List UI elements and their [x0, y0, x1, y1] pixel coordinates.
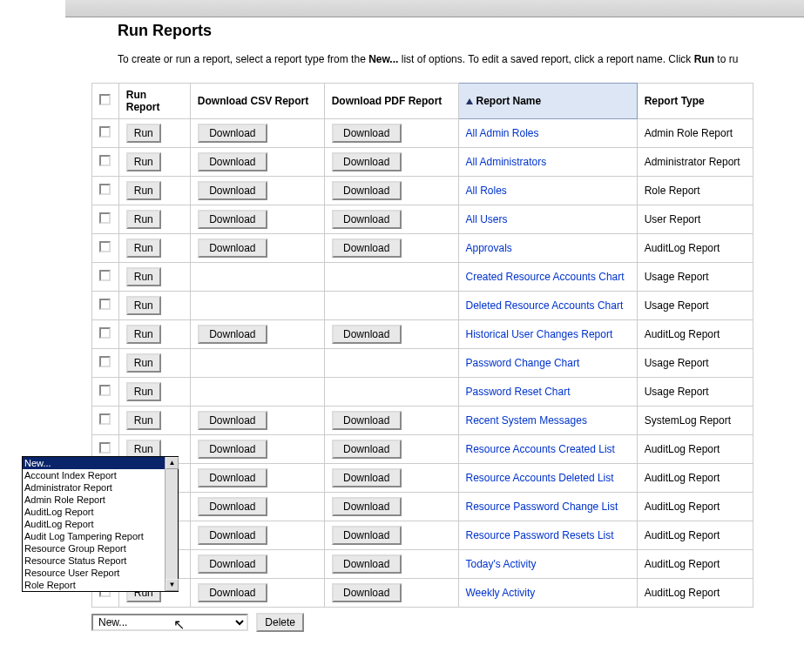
scroll-down-icon[interactable]: ▼: [166, 579, 179, 591]
row-checkbox[interactable]: [99, 442, 111, 454]
report-name-link[interactable]: Historical User Changes Report: [466, 328, 613, 340]
dropdown-option[interactable]: Administrator Report: [23, 481, 178, 494]
instruction-prefix: To create or run a report, select a repo…: [118, 53, 368, 65]
row-checkbox[interactable]: [99, 184, 111, 195]
row-checkbox[interactable]: [99, 356, 111, 367]
report-name-link[interactable]: Password Reset Chart: [466, 386, 571, 398]
run-button[interactable]: Run: [126, 210, 161, 229]
row-checkbox-cell: [92, 119, 119, 148]
report-name-link[interactable]: All Administrators: [466, 156, 547, 168]
report-name-link[interactable]: Today's Activity: [466, 558, 537, 570]
download-pdf-button[interactable]: Download: [332, 239, 402, 258]
dropdown-option[interactable]: Resource User Report: [23, 567, 178, 579]
download-csv-button[interactable]: Download: [198, 325, 267, 344]
report-type-cell: AuditLog Report: [637, 464, 753, 493]
download-pdf-button[interactable]: Download: [332, 152, 402, 171]
header-pdf[interactable]: Download PDF Report: [324, 84, 458, 119]
run-button[interactable]: Run: [126, 382, 161, 401]
download-pdf-button[interactable]: Download: [332, 325, 402, 344]
download-pdf-button[interactable]: Download: [332, 583, 402, 602]
run-button[interactable]: Run: [126, 239, 161, 258]
run-button[interactable]: Run: [126, 296, 161, 315]
report-name-link[interactable]: Recent System Messages: [466, 414, 587, 427]
download-pdf-button[interactable]: Download: [332, 497, 402, 516]
download-csv-button[interactable]: Download: [198, 468, 267, 487]
dropdown-option[interactable]: New...: [23, 457, 178, 469]
download-csv-button[interactable]: Download: [198, 554, 267, 574]
download-csv-button[interactable]: Download: [198, 440, 267, 459]
dropdown-option[interactable]: Admin Role Report: [23, 494, 178, 506]
row-checkbox[interactable]: [99, 241, 111, 252]
row-checkbox[interactable]: [99, 299, 111, 310]
select-all-checkbox[interactable]: [99, 94, 111, 105]
dropdown-option[interactable]: Audit Log Tampering Report: [23, 530, 178, 542]
download-pdf-button[interactable]: Download: [332, 526, 402, 545]
report-name-link[interactable]: All Roles: [466, 185, 507, 197]
download-pdf-button[interactable]: Download: [332, 210, 402, 229]
dropdown-option[interactable]: AuditLog Report: [23, 506, 178, 518]
report-name-link[interactable]: Password Change Chart: [466, 357, 580, 369]
report-name-link[interactable]: Resource Password Change List: [466, 501, 618, 513]
download-csv-button[interactable]: Download: [198, 239, 267, 258]
dropdown-option[interactable]: Account Index Report: [23, 469, 178, 481]
run-button[interactable]: Run: [126, 411, 161, 430]
row-checkbox[interactable]: [99, 413, 111, 425]
dropdown-option[interactable]: AuditLog Report: [23, 518, 178, 530]
download-pdf-button[interactable]: Download: [332, 468, 402, 487]
download-pdf-button[interactable]: Download: [332, 124, 402, 143]
run-button[interactable]: Run: [126, 152, 161, 171]
row-checkbox[interactable]: [99, 327, 111, 339]
footer-controls: New... Delete: [91, 613, 804, 632]
row-checkbox[interactable]: [99, 385, 111, 396]
download-csv-button[interactable]: Download: [198, 411, 267, 430]
report-name-link[interactable]: All Admin Roles: [466, 127, 539, 139]
run-button[interactable]: Run: [126, 353, 161, 373]
csv-cell: [190, 378, 324, 407]
dropdown-option[interactable]: Role Report: [23, 579, 178, 591]
report-name-link[interactable]: Resource Password Resets List: [466, 529, 614, 541]
header-report-name[interactable]: Report Name: [458, 84, 637, 119]
report-name-link[interactable]: Resource Accounts Deleted List: [466, 472, 614, 484]
download-csv-button[interactable]: Download: [198, 497, 267, 516]
download-csv-button[interactable]: Download: [198, 181, 267, 200]
download-pdf-button[interactable]: Download: [332, 554, 402, 574]
row-checkbox[interactable]: [99, 212, 111, 224]
download-pdf-button[interactable]: Download: [332, 440, 402, 459]
run-button[interactable]: Run: [126, 181, 161, 200]
report-name-link[interactable]: Resource Accounts Created List: [466, 443, 615, 455]
report-name-link[interactable]: Weekly Activity: [466, 587, 536, 599]
row-checkbox-cell: [92, 263, 119, 292]
report-name-link[interactable]: All Users: [466, 213, 508, 225]
download-csv-button[interactable]: Download: [198, 210, 267, 229]
delete-button[interactable]: Delete: [256, 613, 304, 632]
report-name-link[interactable]: Approvals: [466, 242, 512, 254]
report-name-link[interactable]: Created Resource Accounts Chart: [466, 271, 625, 283]
table-row: RunDownloadDownloadApprovalsAuditLog Rep…: [92, 234, 753, 263]
header-csv[interactable]: Download CSV Report: [190, 84, 324, 119]
report-name-link[interactable]: Deleted Resource Accounts Chart: [466, 299, 624, 312]
new-report-dropdown-open[interactable]: New...Account Index ReportAdministrator …: [22, 456, 179, 592]
header-report-type[interactable]: Report Type: [637, 84, 753, 119]
pdf-cell: Download: [324, 464, 458, 493]
header-run[interactable]: Run Report: [118, 84, 190, 119]
dropdown-option[interactable]: Resource Group Report: [23, 542, 178, 554]
download-csv-button[interactable]: Download: [198, 526, 267, 545]
run-button[interactable]: Run: [126, 325, 161, 344]
new-report-select[interactable]: New...: [91, 614, 248, 631]
row-checkbox[interactable]: [99, 270, 111, 281]
download-pdf-button[interactable]: Download: [332, 411, 402, 430]
scroll-up-icon[interactable]: ▲: [166, 457, 179, 469]
dropdown-scrollbar[interactable]: ▲ ▼: [165, 457, 178, 591]
table-row: RunDownloadDownloadResource Accounts Cre…: [92, 435, 753, 464]
download-csv-button[interactable]: Download: [198, 152, 267, 171]
download-pdf-button[interactable]: Download: [332, 181, 402, 200]
dropdown-option[interactable]: Resource Status Report: [23, 554, 178, 567]
row-checkbox[interactable]: [99, 155, 111, 166]
header-checkbox[interactable]: [92, 84, 119, 119]
download-csv-button[interactable]: Download: [198, 124, 267, 143]
run-button[interactable]: Run: [126, 124, 161, 143]
row-checkbox[interactable]: [99, 126, 111, 138]
page-title: Run Reports: [118, 22, 804, 40]
run-button[interactable]: Run: [126, 267, 161, 286]
download-csv-button[interactable]: Download: [198, 583, 267, 602]
